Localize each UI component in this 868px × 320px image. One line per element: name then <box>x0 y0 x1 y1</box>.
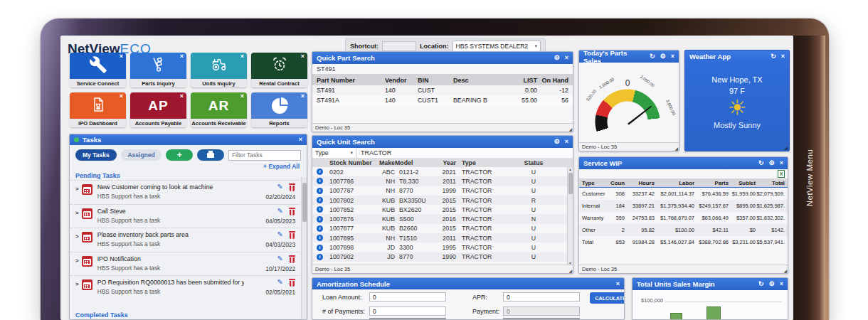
tile-units-inquiry[interactable]: × Units Inquiry <box>191 53 247 87</box>
tile-service-connect[interactable]: × Service Connect <box>70 53 126 87</box>
tile-ipo-dashboard[interactable]: × IPO Dashboard <box>70 92 126 127</box>
gear-icon[interactable]: ⚙ <box>660 53 666 60</box>
info-icon[interactable]: i <box>317 206 323 213</box>
table-row[interactable]: Warranty 359 24753.83 $1,768,879.07 $63,… <box>579 212 788 224</box>
close-icon[interactable]: × <box>616 281 620 287</box>
task-row[interactable]: > PO Requisition RQ0000013 has been subm… <box>70 275 300 299</box>
info-icon[interactable]: i <box>317 188 323 194</box>
chevron-right-icon[interactable]: > <box>75 186 79 201</box>
refresh-icon[interactable]: ↻ <box>758 281 764 287</box>
loan-amount-field[interactable] <box>369 292 446 302</box>
trash-icon[interactable] <box>289 183 295 191</box>
trash-icon[interactable] <box>289 279 295 287</box>
refresh-icon[interactable]: ↻ <box>650 53 655 60</box>
trash-icon[interactable] <box>289 255 295 263</box>
tile-accounts-receivable[interactable]: × AR Accounts Receivable <box>191 92 247 127</box>
refresh-icon[interactable]: ↻ <box>758 160 764 166</box>
gear-icon[interactable]: ⚙ <box>554 55 560 61</box>
table-row[interactable]: i 1007787 NH 8770 1999 TRACTOR U <box>312 186 573 196</box>
chevron-right-icon[interactable]: > <box>75 281 79 297</box>
table-row[interactable]: ST491 140 CUST 0.00 -12 <box>312 85 573 95</box>
table-row[interactable]: Internal 184 33897.21 $1,375,934.40 $249… <box>579 200 788 212</box>
task-row[interactable]: > IPO Notification HBS Support has a tas… <box>70 252 300 276</box>
table-row[interactable]: i 1007877 KUB B2660 2015 TRACTOR U <box>312 224 573 233</box>
info-icon[interactable]: i <box>317 235 323 241</box>
tile-parts-inquiry[interactable]: × Parts Inquiry <box>130 53 186 87</box>
add-task-button[interactable]: + <box>166 149 193 161</box>
resize-handle-icon[interactable]: ◢ <box>783 268 787 273</box>
unit-table-scrollbar[interactable]: ▲ ▼ <box>567 167 573 265</box>
calculate-button[interactable]: CALCULATE <box>590 292 625 304</box>
table-row[interactable]: i 1007802 KUB BX3350U 2015 TRACTOR R <box>312 196 573 205</box>
chevron-right-icon[interactable]: > <box>75 210 79 225</box>
resize-handle-icon[interactable]: ◢ <box>674 146 678 151</box>
edit-icon[interactable]: ✎ <box>277 183 283 191</box>
edit-icon[interactable]: ✎ <box>277 279 283 287</box>
table-row[interactable]: i 1007852 KUB BX2620 2015 TRACTOR U <box>312 205 573 214</box>
table-row[interactable]: ST491A 140 CUST1 BEARING B 55.00 56 <box>312 95 573 105</box>
part-search-input[interactable] <box>312 64 573 75</box>
info-icon[interactable]: i <box>317 245 323 251</box>
tile-rental-contract[interactable]: × Rental Contract <box>251 53 307 87</box>
task-row[interactable]: > New Customer coming to look at machine… <box>70 180 300 204</box>
trash-icon[interactable] <box>289 231 295 239</box>
netview-menu-strip[interactable]: NetView Menu <box>793 36 825 320</box>
close-icon[interactable]: × <box>120 92 123 100</box>
close-icon[interactable]: × <box>671 53 674 60</box>
tile-accounts-payable[interactable]: × AP Accounts Payable <box>130 92 186 127</box>
table-row[interactable]: Other 2 95.82 $100.00 $42.11 $0 $142. <box>579 224 788 236</box>
info-icon[interactable]: i <box>317 178 323 184</box>
gear-icon[interactable]: ⚙ <box>769 281 775 287</box>
close-icon[interactable]: × <box>780 160 783 166</box>
excel-export-icon[interactable]: X <box>778 170 785 178</box>
table-row[interactable]: Total 853 91984.28 $5,146,027.84 $388,70… <box>579 236 788 248</box>
info-icon[interactable]: i <box>317 197 323 203</box>
info-icon[interactable]: i <box>317 169 323 175</box>
close-icon[interactable]: × <box>240 53 244 60</box>
table-row[interactable]: i 0202 ABC 0121-2 2021 TRACTOR U <box>312 167 573 176</box>
table-row[interactable]: i 1007895 NH T1510 2011 TRACTOR U <box>312 233 573 242</box>
table-row[interactable]: Customer 308 33237.42 $2,001,114.37 $76,… <box>579 188 788 200</box>
edit-icon[interactable]: ✎ <box>277 208 283 215</box>
close-icon[interactable]: × <box>780 281 783 287</box>
table-row[interactable]: i 1007876 KUB S500 2016 TRACTOR N <box>312 214 573 223</box>
info-icon[interactable]: i <box>317 225 323 232</box>
close-icon[interactable]: × <box>565 55 568 61</box>
gear-icon[interactable]: ⚙ <box>554 139 560 145</box>
unit-search-input[interactable] <box>356 148 573 158</box>
close-icon[interactable]: × <box>781 53 785 60</box>
tab-my-tasks[interactable]: My Tasks <box>75 149 117 161</box>
edit-icon[interactable]: ✎ <box>277 255 283 263</box>
info-icon[interactable]: i <box>317 254 323 260</box>
refresh-icon[interactable]: ↻ <box>771 53 776 60</box>
table-row[interactable]: i 1007786 NH T8.330 2011 TRACTOR U <box>312 176 573 186</box>
filter-tasks-input[interactable] <box>228 150 301 161</box>
task-row[interactable]: > Please inventory back parts area HBS S… <box>70 228 300 252</box>
tasks-scrollbar[interactable] <box>301 177 307 319</box>
task-row[interactable]: > Call Steve HBS Support has a task ✎ 04… <box>70 204 300 228</box>
close-icon[interactable]: × <box>301 53 305 60</box>
gear-icon[interactable]: ⚙ <box>769 160 775 166</box>
resize-handle-icon[interactable]: ◢ <box>568 127 572 132</box>
edit-icon[interactable]: ✎ <box>277 231 283 239</box>
unit-type-select[interactable]: Type ▾ <box>312 148 356 158</box>
info-icon[interactable]: i <box>317 216 323 223</box>
print-tasks-button[interactable] <box>197 149 224 161</box>
apr-field[interactable] <box>503 292 580 302</box>
location-select[interactable]: HBS SYSTEMS DEALER2 ▾ <box>452 41 541 52</box>
close-icon[interactable]: × <box>240 92 244 100</box>
trash-icon[interactable] <box>289 208 295 215</box>
chevron-right-icon[interactable]: > <box>75 257 79 273</box>
shortcut-input[interactable] <box>382 41 416 51</box>
tile-reports[interactable]: × Reports <box>251 92 307 127</box>
expand-all-link[interactable]: + Expand All <box>263 163 300 170</box>
close-icon[interactable]: × <box>299 137 302 143</box>
payment-field[interactable] <box>503 306 580 316</box>
tab-assigned[interactable]: Assigned <box>121 149 162 161</box>
num-payments-field[interactable] <box>369 306 446 316</box>
close-icon[interactable]: × <box>180 53 184 60</box>
table-row[interactable]: i 1007898 JD 3300 1995 TRACTOR U <box>312 242 573 252</box>
resize-handle-icon[interactable]: ◢ <box>568 268 572 273</box>
close-icon[interactable]: × <box>565 139 568 145</box>
close-icon[interactable]: × <box>180 92 184 100</box>
